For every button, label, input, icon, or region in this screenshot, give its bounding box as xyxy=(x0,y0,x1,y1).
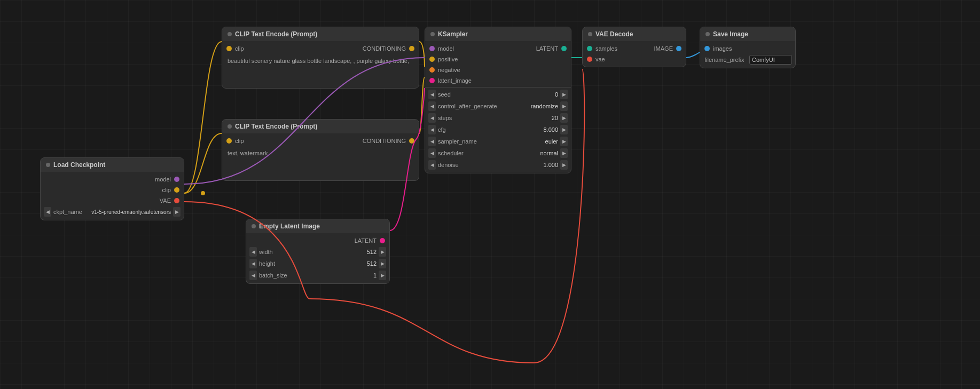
sampler-label: sampler_name xyxy=(438,138,524,145)
positive-input-dot[interactable] xyxy=(429,57,435,62)
height-prev-btn[interactable]: ◀ xyxy=(249,259,257,268)
samples-input-dot[interactable] xyxy=(587,46,592,51)
save-image-node: Save Image images filename_prefix xyxy=(700,27,796,68)
clip-input-dot[interactable] xyxy=(226,46,232,51)
model-input-label: model xyxy=(438,45,454,52)
control-after-row: ◀ control_after_generate randomize ▶ xyxy=(425,100,571,112)
clip-output-dot[interactable] xyxy=(174,187,179,193)
denoise-label: denoise xyxy=(438,162,524,168)
seed-prev-btn[interactable]: ◀ xyxy=(428,90,436,99)
images-input-dot[interactable] xyxy=(704,46,710,51)
steps-next-btn[interactable]: ▶ xyxy=(560,113,568,123)
seed-next-btn[interactable]: ▶ xyxy=(560,90,568,99)
ckpt-next-btn[interactable]: ▶ xyxy=(173,207,181,217)
model-port-row: model LATENT xyxy=(425,43,571,54)
model-output-dot[interactable] xyxy=(174,177,179,182)
denoise-prev-btn[interactable]: ◀ xyxy=(428,160,436,170)
clip-encode-positive-node: CLIP Text Encode (Prompt) clip CONDITION… xyxy=(222,27,419,89)
sampler-next-btn[interactable]: ▶ xyxy=(560,137,568,146)
image-output-label: IMAGE xyxy=(654,45,673,52)
node-title: KSampler xyxy=(438,30,468,38)
height-next-btn[interactable]: ▶ xyxy=(379,259,386,268)
cfg-next-btn[interactable]: ▶ xyxy=(560,125,568,134)
latent-output-row: LATENT xyxy=(246,235,389,246)
node-title: VAE Decode xyxy=(595,30,633,38)
clip-positive-header: CLIP Text Encode (Prompt) xyxy=(222,27,419,41)
node-title: Load Checkpoint xyxy=(53,161,105,169)
node-status-dot xyxy=(228,124,232,129)
negative-input-dot[interactable] xyxy=(429,67,435,73)
cfg-prev-btn[interactable]: ◀ xyxy=(428,125,436,134)
clip-encode-negative-node: CLIP Text Encode (Prompt) clip CONDITION… xyxy=(222,119,419,181)
node-body: clip CONDITIONING beautiful scenery natu… xyxy=(222,41,419,88)
node-title: CLIP Text Encode (Prompt) xyxy=(235,30,317,38)
negative-conditioning-wire xyxy=(419,77,425,133)
positive-prompt-text[interactable]: beautiful scenery nature glass bottle la… xyxy=(222,54,419,86)
vae-output-dot[interactable] xyxy=(174,198,179,203)
latent-output-dot[interactable] xyxy=(380,238,385,243)
conditioning-neg-output-dot[interactable] xyxy=(409,138,414,144)
clip-to-negative-wire xyxy=(184,133,222,193)
conditioning-output-label: CONDITIONING xyxy=(363,45,406,52)
vae-port-row: vae xyxy=(583,54,686,65)
images-input-label: images xyxy=(713,45,732,52)
filename-input[interactable] xyxy=(749,55,792,65)
width-prev-btn[interactable]: ◀ xyxy=(249,247,257,257)
node-title: CLIP Text Encode (Prompt) xyxy=(235,123,317,130)
filename-label: filename_prefix xyxy=(704,57,747,63)
batch-next-btn[interactable]: ▶ xyxy=(379,271,386,280)
steps-value: 20 xyxy=(526,115,558,121)
scheduler-row: ◀ scheduler normal ▶ xyxy=(425,147,571,159)
scheduler-next-btn[interactable]: ▶ xyxy=(560,148,568,158)
clip-input-label: clip xyxy=(235,45,244,52)
width-label: width xyxy=(259,249,342,255)
seed-value: 0 xyxy=(526,91,558,98)
height-row: ◀ height 512 ▶ xyxy=(246,258,389,269)
control-prev-btn[interactable]: ◀ xyxy=(428,101,436,111)
steps-label: steps xyxy=(438,115,524,121)
steps-prev-btn[interactable]: ◀ xyxy=(428,113,436,123)
latent-image-input-dot[interactable] xyxy=(429,78,435,83)
sampler-prev-btn[interactable]: ◀ xyxy=(428,137,436,146)
image-output-dot[interactable] xyxy=(676,46,681,51)
node-body: images filename_prefix xyxy=(700,41,795,68)
width-row: ◀ width 512 ▶ xyxy=(246,246,389,258)
positive-port-row: positive xyxy=(425,54,571,65)
node-status-dot xyxy=(588,32,592,36)
vae-input-dot[interactable] xyxy=(587,57,592,62)
node-title: Save Image xyxy=(713,30,748,38)
positive-input-label: positive xyxy=(438,56,458,62)
latent-output-label: LATENT xyxy=(536,45,558,52)
vae-output-row: VAE xyxy=(41,195,184,206)
samples-input-label: samples xyxy=(595,45,617,52)
ckpt-prev-btn[interactable]: ◀ xyxy=(44,207,51,217)
scheduler-value: normal xyxy=(526,150,558,156)
clip-negative-header: CLIP Text Encode (Prompt) xyxy=(222,120,419,133)
node-status-dot xyxy=(252,224,256,228)
cfg-label: cfg xyxy=(438,126,524,133)
node-status-dot xyxy=(705,32,710,36)
conditioning-output-dot[interactable] xyxy=(409,46,414,51)
height-label: height xyxy=(259,260,342,267)
clip-output-row: clip xyxy=(41,185,184,195)
node-body: model clip VAE ◀ ckpt_name v1-5-pruned-e… xyxy=(41,172,184,220)
batch-prev-btn[interactable]: ◀ xyxy=(249,271,257,280)
vae-output-label: VAE xyxy=(160,197,171,204)
denoise-next-btn[interactable]: ▶ xyxy=(560,160,568,170)
clip-junction-dot xyxy=(201,191,205,195)
seed-label: seed xyxy=(438,91,524,98)
node-title: Empty Latent Image xyxy=(259,223,320,230)
latent-output-dot[interactable] xyxy=(561,46,567,51)
ckpt-value: v1-5-pruned-emaonly.safetensors xyxy=(91,209,171,215)
scheduler-prev-btn[interactable]: ◀ xyxy=(428,148,436,158)
model-input-dot[interactable] xyxy=(429,46,435,51)
divider xyxy=(425,87,571,88)
width-next-btn[interactable]: ▶ xyxy=(379,247,386,257)
latent-output-label: LATENT xyxy=(355,237,377,244)
empty-latent-node: Empty Latent Image LATENT ◀ width 512 ▶ … xyxy=(246,219,390,284)
negative-prompt-text[interactable]: text, watermark xyxy=(222,146,419,178)
clip-neg-input-dot[interactable] xyxy=(226,138,232,144)
control-next-btn[interactable]: ▶ xyxy=(560,101,568,111)
control-value: randomize xyxy=(526,103,558,109)
batch-label: batch_size xyxy=(259,272,342,279)
